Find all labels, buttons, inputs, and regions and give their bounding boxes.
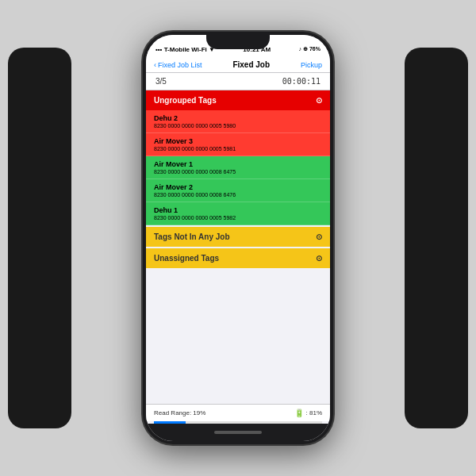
scene: ••• T-Mobile Wi-Fi ▼ 10:21 AM ♪ ⊕ 76% ‹ … [0, 0, 476, 476]
phone-side-left [8, 48, 71, 428]
status-carrier: ••• T-Mobile Wi-Fi ▼ [155, 46, 215, 53]
item-subtitle: 8230 0000 0000 0000 0005 5980 [154, 123, 322, 129]
ungrouped-tags-label: Ungrouped Tags [154, 96, 217, 105]
phone-side-right [405, 48, 468, 428]
section-ungrouped-tags[interactable]: Ungrouped Tags ⊙ [146, 90, 330, 110]
chevron-left-icon: ‹ [154, 61, 156, 69]
battery-percent: : 81% [306, 409, 322, 416]
list-item[interactable]: Air Mover 3 8230 0000 0000 0000 0005 598… [146, 133, 330, 156]
tags-not-in-job-label: Tags Not In Any Job [154, 232, 230, 241]
section-unassigned-tags[interactable]: Unassigned Tags ⊙ [146, 248, 330, 268]
item-subtitle: 8230 0000 0000 0000 0005 5981 [154, 146, 322, 152]
status-icons: ♪ ⊕ 76% [299, 46, 321, 52]
list-item[interactable]: Dehu 1 8230 0000 0000 0000 0005 5982 [146, 202, 330, 225]
pickup-button[interactable]: Pickup [301, 61, 322, 69]
content-area[interactable]: Ungrouped Tags ⊙ Dehu 2 8230 0000 0000 0… [146, 90, 330, 404]
item-title: Air Mover 1 [154, 160, 322, 168]
screen: ••• T-Mobile Wi-Fi ▼ 10:21 AM ♪ ⊕ 76% ‹ … [146, 35, 330, 441]
chevron-down-icon: ⊙ [316, 96, 322, 105]
back-label[interactable]: Fixed Job List [158, 61, 202, 69]
footer-bar: Read Range: 19% 🔋 : 81% [146, 404, 330, 421]
list-item[interactable]: Air Mover 2 8230 0000 0000 0000 0008 647… [146, 179, 330, 202]
nav-bar: ‹ Fixed Job List Fixed Job Pickup [146, 57, 330, 73]
item-title: Dehu 2 [154, 114, 322, 122]
sub-header: 3/5 00:00:11 [146, 73, 330, 90]
item-title: Dehu 1 [154, 206, 322, 214]
item-title: Air Mover 2 [154, 183, 322, 191]
chevron-down-icon: ⊙ [316, 254, 322, 263]
item-subtitle: 8230 0000 0000 0000 0008 6476 [154, 192, 322, 198]
item-subtitle: 8230 0000 0000 0000 0008 6475 [154, 169, 322, 175]
job-progress: 3/5 [155, 77, 167, 86]
home-bar [214, 431, 262, 434]
chevron-down-icon: ⊙ [316, 232, 322, 241]
item-title: Air Mover 3 [154, 137, 322, 145]
back-button[interactable]: ‹ Fixed Job List [154, 61, 202, 69]
battery-icon: 🔋 [294, 409, 304, 417]
list-item[interactable]: Air Mover 1 8230 0000 0000 0000 0008 647… [146, 156, 330, 179]
unassigned-tags-label: Unassigned Tags [154, 254, 219, 263]
job-timer: 00:00:11 [282, 77, 321, 86]
battery-level: 🔋 : 81% [294, 409, 322, 417]
item-subtitle: 8230 0000 0000 0000 0005 5982 [154, 215, 322, 221]
list-item[interactable]: Dehu 2 8230 0000 0000 0000 0005 5980 [146, 110, 330, 133]
notch [206, 32, 270, 49]
home-indicator [146, 424, 330, 441]
section-tags-not-in-job[interactable]: Tags Not In Any Job ⊙ [146, 227, 330, 247]
nav-title: Fixed Job [232, 60, 270, 69]
main-phone: ••• T-Mobile Wi-Fi ▼ 10:21 AM ♪ ⊕ 76% ‹ … [143, 32, 333, 444]
read-range-label: Read Range: 19% [154, 409, 205, 416]
